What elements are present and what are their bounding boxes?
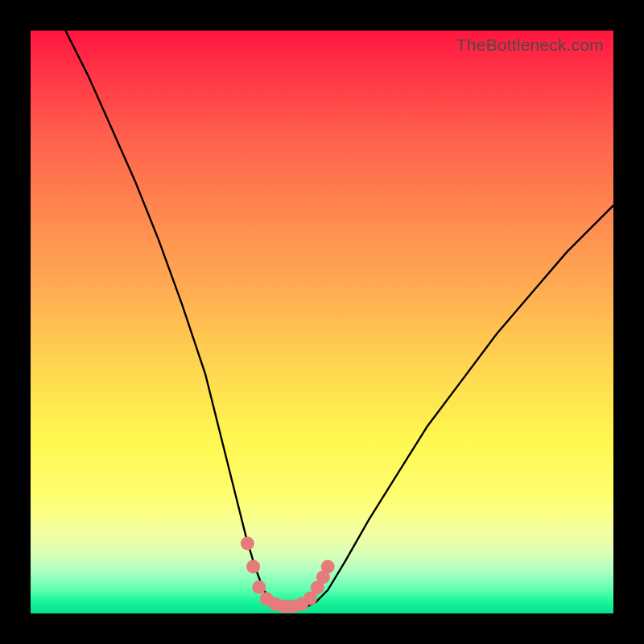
- watermark-text: TheBottleneck.com: [456, 35, 604, 55]
- highlight-dot: [295, 597, 308, 611]
- plot-area: TheBottleneck.com: [31, 31, 613, 613]
- highlight-dots: [241, 537, 335, 613]
- highlight-dot: [321, 560, 335, 574]
- highlight-dot: [241, 537, 254, 551]
- bottleneck-curve: [65, 31, 613, 608]
- highlight-dot: [286, 600, 299, 613]
- highlight-dot: [252, 580, 266, 594]
- chart-frame: TheBottleneck.com: [0, 0, 644, 644]
- curve-layer: [31, 31, 613, 613]
- highlight-dot: [269, 597, 283, 611]
- highlight-dot: [277, 600, 291, 613]
- highlight-dot: [316, 571, 330, 584]
- highlight-dot: [260, 592, 274, 605]
- highlight-dot: [246, 560, 260, 574]
- highlight-dot: [303, 592, 317, 605]
- highlight-dot: [311, 581, 324, 595]
